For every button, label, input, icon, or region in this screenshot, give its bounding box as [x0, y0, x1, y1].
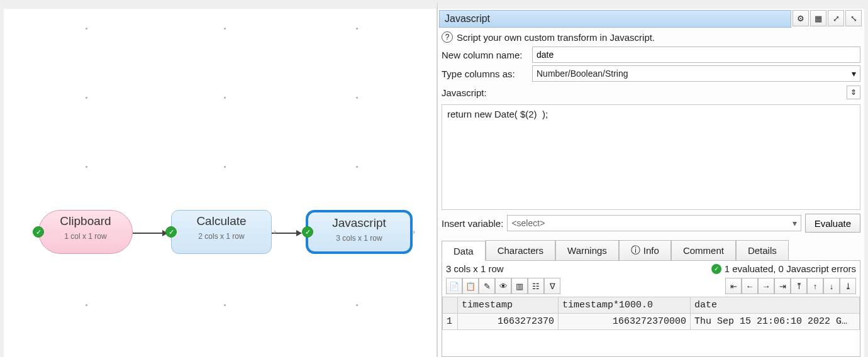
tab-data[interactable]: Data	[442, 241, 486, 261]
panel-title: Javascript	[439, 10, 791, 28]
javascript-code-area[interactable]: return new Date( $(2) );	[442, 104, 860, 210]
node-clipboard[interactable]: ✓ Clipboard 1 col x 1 row	[38, 210, 133, 254]
node-title: Clipboard	[44, 214, 127, 228]
nav-last-icon[interactable]: ⇥	[774, 278, 791, 294]
hint-row: ? Script your own custom transform in Ja…	[438, 29, 864, 45]
results-panel: 3 cols x 1 row ✓ 1 evaluated, 0 Javascri…	[442, 260, 860, 357]
new-column-input[interactable]	[532, 47, 860, 63]
type-columns-select[interactable]: Number/Boolean/String ▾	[532, 65, 860, 82]
tab-characters[interactable]: Characters	[486, 240, 555, 260]
result-dimensions: 3 cols x 1 row	[446, 263, 504, 274]
nav-first-icon[interactable]: ⇤	[725, 278, 742, 294]
tab-warnings[interactable]: Warnings	[555, 240, 619, 260]
check-icon: ✓	[711, 264, 721, 274]
filter-icon[interactable]: ∇	[544, 278, 560, 294]
edit-icon[interactable]: ✎	[479, 278, 495, 294]
results-table: timestamp timestamp*1000.0 date 1 166327…	[442, 297, 860, 330]
grid-icon[interactable]: ▦	[810, 10, 826, 26]
node-title: Calculate	[177, 214, 266, 228]
help-icon[interactable]: ?	[442, 31, 453, 43]
nav-up-icon[interactable]: ↑	[807, 278, 823, 294]
tab-comment[interactable]: Comment	[671, 240, 736, 260]
table-row[interactable]: 1 1663272370 1663272370000 Thu Sep 15 21…	[443, 314, 860, 330]
check-icon: ✓	[33, 226, 44, 238]
table-header[interactable]: timestamp*1000.0	[559, 297, 691, 314]
tab-info[interactable]: ⓘInfo	[619, 240, 671, 260]
chevron-down-icon: ▾	[852, 69, 856, 79]
table-header[interactable]	[443, 297, 458, 314]
nav-next-icon[interactable]: →	[758, 278, 774, 294]
type-columns-label: Type columns as:	[442, 69, 530, 79]
output-caret-icon: ›	[274, 228, 276, 236]
insert-variable-value: <select>	[511, 218, 545, 228]
output-caret-icon: ›	[413, 228, 415, 236]
insert-variable-select[interactable]: <select> ▾	[507, 215, 801, 231]
row-index: 1	[443, 314, 458, 330]
nav-bottom-icon[interactable]: ⤓	[840, 278, 856, 294]
new-column-label: New column name:	[442, 50, 530, 60]
properties-panel: Javascript ⚙ ▦ ⤢ ⤡ ? Script your own cus…	[438, 0, 868, 357]
textarea-resize-icon[interactable]: ⇕	[847, 85, 860, 99]
results-tabs: Data Characters Warnings ⓘInfo Comment D…	[442, 240, 860, 260]
node-calculate[interactable]: ✓ › Calculate 2 cols x 1 row	[171, 210, 272, 254]
cell: Thu Sep 15 21:06:10 2022 G…	[691, 314, 860, 330]
node-javascript[interactable]: ✓ › Javascript 3 cols x 1 row	[306, 210, 413, 254]
collapse-icon[interactable]: ⤡	[845, 10, 862, 26]
info-icon: ⓘ	[631, 244, 640, 256]
chevron-down-icon: ▾	[793, 218, 797, 228]
node-subtitle: 3 cols x 1 row	[313, 234, 405, 243]
hint-text: Script your own custom transform in Java…	[457, 32, 655, 43]
result-status: 1 evaluated, 0 Javascript errors	[725, 263, 856, 274]
layout-icon[interactable]: ☷	[528, 278, 544, 294]
javascript-label: Javascript:	[442, 87, 487, 98]
flow-canvas[interactable]: ✓ Clipboard 1 col x 1 row ✓ › Calculate …	[0, 0, 438, 357]
type-columns-value: Number/Boolean/String	[537, 69, 628, 79]
check-icon: ✓	[302, 226, 313, 238]
tab-details[interactable]: Details	[736, 240, 789, 260]
insert-variable-label: Insert variable:	[442, 218, 503, 229]
copy-icon[interactable]: 📄	[446, 278, 462, 294]
table-header[interactable]: date	[691, 297, 860, 314]
table-header[interactable]: timestamp	[458, 297, 559, 314]
node-subtitle: 2 cols x 1 row	[177, 232, 266, 241]
cell: 1663272370	[458, 314, 559, 330]
node-subtitle: 1 col x 1 row	[44, 232, 127, 241]
node-title: Javascript	[313, 216, 405, 230]
expand-icon[interactable]: ⤢	[828, 10, 844, 26]
app-root: ✓ Clipboard 1 col x 1 row ✓ › Calculate …	[0, 0, 868, 357]
check-icon: ✓	[165, 226, 177, 238]
eye-icon[interactable]: 👁	[495, 278, 511, 294]
nav-prev-icon[interactable]: ←	[742, 278, 758, 294]
nav-top-icon[interactable]: ⤒	[791, 278, 807, 294]
nav-down-icon[interactable]: ↓	[823, 278, 840, 294]
cell: 1663272370000	[559, 314, 691, 330]
evaluate-button[interactable]: Evaluate	[805, 214, 860, 233]
table-header-row: timestamp timestamp*1000.0 date	[443, 297, 860, 314]
gear-icon[interactable]: ⚙	[793, 10, 809, 26]
columns-icon[interactable]: ▥	[511, 278, 528, 294]
clipboard-icon[interactable]: 📋	[462, 278, 479, 294]
